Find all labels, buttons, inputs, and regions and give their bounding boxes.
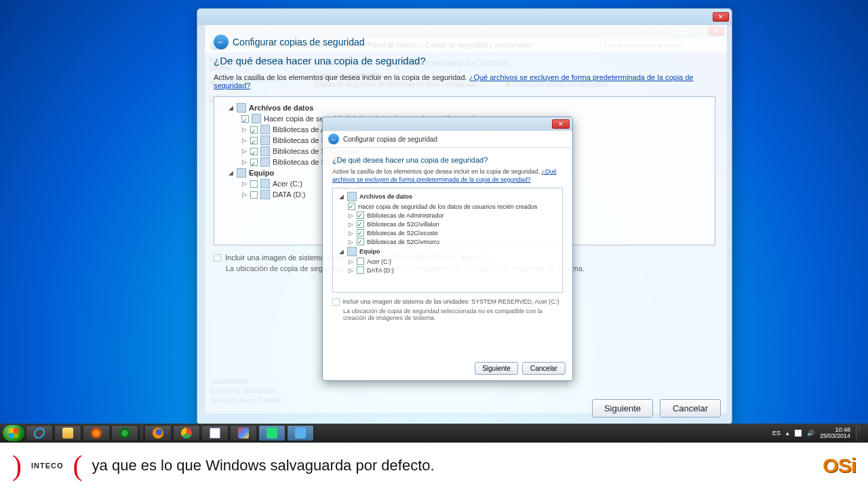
taskbar-item-firefox[interactable]	[144, 425, 172, 441]
expand-icon[interactable]: ▷	[241, 180, 248, 187]
tray-clock[interactable]: 10:48 25/03/2014	[820, 427, 850, 440]
windows-logo-icon	[9, 428, 18, 438]
tray-lang[interactable]: ES	[772, 430, 781, 436]
inner-include-image-checkbox[interactable]	[332, 298, 340, 306]
paren-left-icon: )	[12, 451, 22, 480]
inner-tree[interactable]: ◢Archivos de datos Hacer copia de seguri…	[332, 188, 563, 293]
tree-item-label: DATA (D:)	[367, 267, 394, 274]
expand-icon[interactable]: ▷	[241, 137, 248, 144]
taskbar-item-ie[interactable]	[26, 425, 53, 441]
tree-checkbox[interactable]	[357, 211, 364, 219]
expand-icon[interactable]: ▷	[348, 267, 354, 274]
wizard-back-button[interactable]: ←	[214, 35, 229, 49]
tree-checkbox[interactable]	[250, 180, 258, 188]
library-icon	[260, 136, 270, 145]
expand-icon[interactable]: ◢	[228, 104, 234, 111]
drive-icon	[260, 190, 270, 199]
flag-icon[interactable]	[795, 430, 802, 436]
tree-checkbox[interactable]	[357, 238, 364, 245]
firefox-icon	[153, 428, 163, 439]
taskbar-item-explorer[interactable]	[54, 425, 81, 441]
tree-checkbox[interactable]	[357, 266, 364, 274]
tree-checkbox[interactable]	[357, 258, 364, 265]
wizard-icon	[295, 428, 306, 439]
expand-icon[interactable]: ▷	[241, 191, 248, 198]
inner-include-image-label: Incluir una imagen de sistema de las uni…	[342, 298, 559, 305]
caption-text: ya que es lo que Windows salvaguarda por…	[92, 457, 435, 474]
chrome-icon	[181, 428, 192, 439]
tree-item-label: Acer (C:)	[273, 180, 302, 188]
notepad-icon	[210, 428, 220, 439]
inner-next-button[interactable]: Siguiente	[475, 362, 518, 375]
users-icon	[237, 103, 246, 113]
library-icon	[260, 157, 270, 167]
expand-icon[interactable]: ◢	[228, 169, 234, 176]
expand-icon[interactable]: ▷	[241, 126, 248, 133]
tree-group-computer: Equipo	[249, 169, 274, 177]
tree-checkbox[interactable]	[250, 126, 258, 134]
expand-icon[interactable]: ▷	[348, 258, 354, 265]
taskbar[interactable]: ES ▴ 🔊 10:48 25/03/2014	[0, 424, 868, 443]
tray-up-icon[interactable]: ▴	[786, 430, 789, 436]
taskbar-item-cp-backup[interactable]	[258, 425, 285, 441]
osi-logo: OSi	[823, 454, 856, 477]
library-icon	[260, 125, 270, 134]
wizard-titlebar[interactable]: ✕	[197, 9, 732, 25]
tree-checkbox[interactable]	[250, 137, 258, 144]
tree-checkbox[interactable]	[348, 203, 355, 210]
caption-bar: ) inteco ( ya que es lo que Windows salv…	[0, 443, 868, 488]
start-button[interactable]	[3, 425, 24, 441]
computer-icon	[237, 168, 246, 178]
inner-back-button[interactable]: ←	[328, 134, 339, 144]
expand-icon[interactable]: ◢	[338, 193, 344, 200]
inner-title: Configurar copias de seguridad	[343, 136, 437, 143]
taskbar-item-chrome[interactable]	[173, 425, 200, 441]
users-icon	[347, 192, 357, 201]
include-image-checkbox[interactable]	[214, 254, 221, 262]
show-desktop-button[interactable]	[856, 425, 861, 441]
inner-close-button[interactable]: ✕	[552, 119, 570, 129]
backup-icon	[267, 428, 277, 439]
cancel-button[interactable]: Cancelar	[660, 399, 721, 418]
tray-date: 25/03/2014	[820, 433, 850, 439]
taskbar-separator	[141, 426, 142, 441]
expand-icon[interactable]: ▷	[241, 148, 248, 155]
taskbar-item-notepad[interactable]	[201, 425, 229, 441]
taskbar-item-backup-wizard[interactable]	[287, 425, 314, 441]
expand-icon[interactable]: ◢	[338, 248, 344, 255]
inner-heading: ¿De qué desea hacer una copia de segurid…	[332, 156, 563, 164]
tree-checkbox[interactable]	[357, 229, 364, 237]
inner-cancel-button[interactable]: Cancelar	[522, 362, 566, 375]
system-tray[interactable]: ES ▴ 🔊 10:48 25/03/2014	[772, 425, 865, 441]
wizard-title: Configurar copias de seguridad	[233, 37, 365, 47]
tree-item-label: DATA (D:)	[273, 190, 305, 199]
inner-titlebar[interactable]: ✕	[323, 117, 572, 131]
tree-checkbox[interactable]	[241, 115, 249, 123]
tree-item-label: Acer (C:)	[367, 258, 391, 265]
taskbar-item-wmp[interactable]	[83, 425, 110, 441]
expand-icon[interactable]: ▷	[348, 212, 354, 219]
tree-item-label: Bibliotecas de S2G\villalon	[367, 221, 439, 228]
expand-icon[interactable]: ▷	[348, 230, 354, 237]
library-icon	[260, 146, 270, 156]
tree-group-data: Archivos de datos	[249, 104, 313, 112]
ie-icon	[33, 428, 45, 439]
folder-icon	[62, 428, 73, 439]
taskbar-item-paint[interactable]	[230, 425, 257, 441]
tree-group-computer: Equipo	[359, 248, 380, 255]
paint-icon	[238, 428, 249, 439]
next-button[interactable]: Siguiente	[592, 399, 653, 418]
expand-icon[interactable]: ▷	[241, 159, 248, 165]
expand-icon[interactable]: ▷	[348, 239, 354, 245]
volume-icon[interactable]: 🔊	[807, 430, 814, 436]
wmp-icon	[91, 428, 102, 439]
tree-item-label: Hacer copia de seguridad de los datos de…	[358, 203, 537, 210]
wizard-heading: ¿De qué desea hacer una copia de segurid…	[214, 55, 715, 66]
expand-icon[interactable]: ▷	[348, 221, 354, 228]
tree-checkbox[interactable]	[357, 220, 364, 228]
tree-checkbox[interactable]	[250, 148, 258, 155]
taskbar-item-wmc[interactable]	[111, 425, 138, 441]
tree-checkbox[interactable]	[250, 159, 258, 166]
wizard-close-button[interactable]: ✕	[713, 12, 729, 22]
tree-checkbox[interactable]	[250, 191, 258, 199]
